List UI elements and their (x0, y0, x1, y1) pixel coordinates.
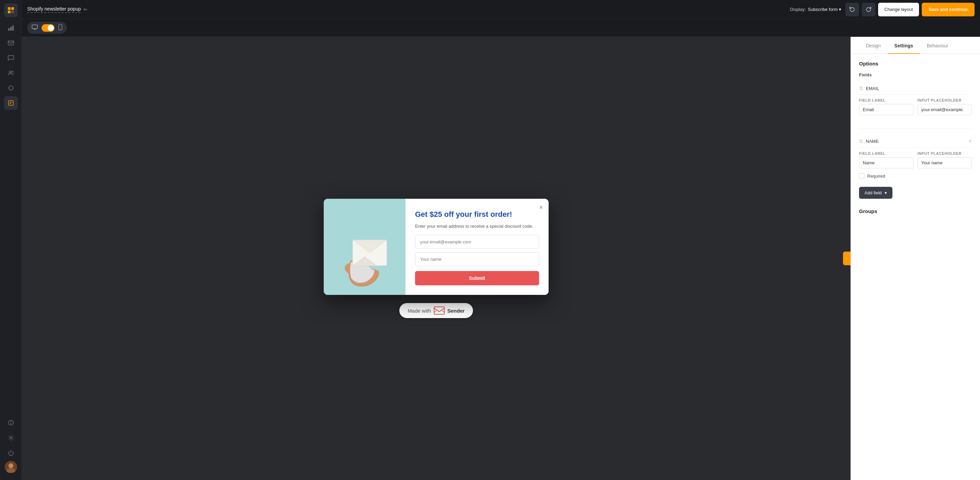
groups-title: Groups (859, 208, 972, 214)
svg-point-8 (9, 71, 11, 73)
svg-rect-4 (8, 28, 10, 31)
drag-handle-email[interactable]: ⇅ (859, 86, 863, 91)
sidebar-item-power[interactable] (4, 446, 18, 459)
delete-name-field-button[interactable]: × (969, 138, 972, 144)
sender-brand-text: Sender (447, 308, 465, 314)
page-title-text: Shopify newsletter popup (27, 6, 81, 13)
sidebar-item-info[interactable] (4, 416, 18, 429)
field-email-name: EMAIL (866, 86, 972, 91)
user-avatar[interactable] (5, 461, 17, 473)
name-label-group: FIELD LABEL (859, 151, 913, 168)
panel-content: Options Fields ⇅ EMAIL FIELD LABEL (851, 54, 980, 480)
name-placeholder-group: INPUT PLACEHOLDER (918, 151, 972, 168)
sidebar-item-forms[interactable] (4, 96, 18, 110)
email-field-label-title: FIELD LABEL (859, 98, 913, 102)
redo-button[interactable] (862, 3, 875, 16)
sidebar-item-automations[interactable] (4, 81, 18, 95)
field-name-name: NAME (866, 139, 966, 144)
popup-content: × Get $25 off your first order! Enter yo… (406, 199, 549, 295)
sidebar-item-emails[interactable] (4, 36, 18, 50)
email-placeholder-title: INPUT PLACEHOLDER (918, 98, 972, 102)
popup-close-button[interactable]: × (539, 204, 543, 211)
display-selector: Display: Subscribe form ▾ (790, 7, 842, 12)
device-toggle-group (27, 22, 67, 34)
name-placeholder-input[interactable] (918, 157, 972, 168)
made-with-text: Made with (407, 308, 431, 314)
required-label: Required (867, 174, 885, 179)
topbar: Shopify newsletter popup ✏ Display: Subs… (22, 0, 980, 19)
sidebar-item-campaigns[interactable] (4, 21, 18, 35)
topbar-actions: Change layout Save and continue (845, 3, 975, 16)
popup-title: Get $25 off your first order! (415, 210, 539, 220)
email-field-label-input[interactable] (859, 104, 913, 115)
svg-rect-7 (8, 41, 14, 45)
change-layout-button[interactable]: Change layout (878, 3, 919, 16)
device-toolbar (22, 19, 980, 37)
drag-handle-name[interactable]: ⇅ (859, 139, 863, 144)
tab-behaviour[interactable]: Behaviour (920, 37, 955, 54)
email-form-row: FIELD LABEL INPUT PLACEHOLDER (859, 98, 972, 115)
popup-email-input[interactable] (415, 235, 539, 249)
svg-rect-3 (11, 11, 14, 13)
name-field-label-title: FIELD LABEL (859, 151, 913, 155)
svg-point-9 (12, 71, 13, 72)
options-title: Options (859, 61, 972, 67)
svg-rect-18 (32, 25, 38, 29)
svg-point-16 (10, 437, 11, 439)
save-continue-button[interactable]: Save and continue (922, 3, 975, 16)
edit-title-icon[interactable]: ✏ (83, 7, 88, 12)
groups-section: Groups (859, 208, 972, 214)
tab-settings[interactable]: Settings (888, 37, 920, 54)
field-email-row: ⇅ EMAIL (859, 82, 972, 95)
name-form-row: FIELD LABEL INPUT PLACEHOLDER (859, 151, 972, 168)
main-wrapper: Shopify newsletter popup ✏ Display: Subs… (22, 0, 980, 480)
canvas-area: × Get $25 off your first order! Enter yo… (22, 37, 851, 480)
popup-description: Enter your email address to receive a sp… (415, 223, 539, 230)
device-toggle-switch[interactable] (41, 24, 54, 32)
display-value[interactable]: Subscribe form ▾ (808, 7, 841, 12)
panel-tabs: Design Settings Behaviour (851, 37, 980, 54)
sidebar-item-contacts[interactable] (4, 66, 18, 80)
divider-1 (859, 128, 972, 129)
page-title: Shopify newsletter popup ✏ (27, 6, 88, 13)
email-placeholder-group: INPUT PLACEHOLDER (918, 98, 972, 115)
fields-title: Fields (859, 73, 972, 77)
sidebar (0, 0, 22, 480)
svg-rect-10 (8, 100, 13, 105)
display-label: Display: (790, 7, 806, 12)
svg-point-15 (11, 421, 11, 422)
tab-design[interactable]: Design (859, 37, 888, 54)
add-field-button[interactable]: Add field ▾ (859, 187, 892, 199)
svg-rect-1 (11, 7, 14, 10)
desktop-icon[interactable] (30, 24, 40, 32)
svg-point-17 (8, 463, 13, 468)
sidebar-item-settings[interactable] (4, 431, 18, 445)
name-field-settings: FIELD LABEL INPUT PLACEHOLDER Required (859, 148, 972, 187)
email-placeholder-input[interactable] (918, 104, 972, 115)
email-label-group: FIELD LABEL (859, 98, 913, 115)
svg-rect-6 (12, 26, 14, 31)
svg-rect-2 (8, 11, 11, 13)
chevron-down-icon: ▾ (839, 7, 841, 12)
made-with-badge: Made with Sender (399, 303, 473, 318)
required-checkbox[interactable] (859, 173, 864, 179)
svg-rect-0 (8, 7, 11, 10)
popup-submit-button[interactable]: Submit (415, 271, 539, 285)
app-logo[interactable] (4, 3, 18, 17)
mobile-icon[interactable] (57, 23, 64, 32)
field-name-row: ⇅ NAME × (859, 135, 972, 148)
name-placeholder-title: INPUT PLACEHOLDER (918, 151, 972, 155)
popup-preview: × Get $25 off your first order! Enter yo… (324, 199, 549, 295)
sidebar-item-chat[interactable] (4, 51, 18, 65)
chevron-down-small-icon: ▾ (885, 190, 887, 195)
name-field-label-input[interactable] (859, 157, 913, 168)
email-field-settings: FIELD LABEL INPUT PLACEHOLDER (859, 95, 972, 122)
popup-name-input[interactable] (415, 252, 539, 266)
svg-point-22 (60, 29, 60, 30)
svg-rect-5 (10, 27, 11, 31)
required-checkbox-row: Required (859, 173, 972, 179)
panel-collapse-button[interactable]: ‹ (843, 252, 851, 265)
sender-logo-icon (434, 306, 445, 315)
envelope-illustration (331, 206, 399, 288)
undo-button[interactable] (845, 3, 859, 16)
